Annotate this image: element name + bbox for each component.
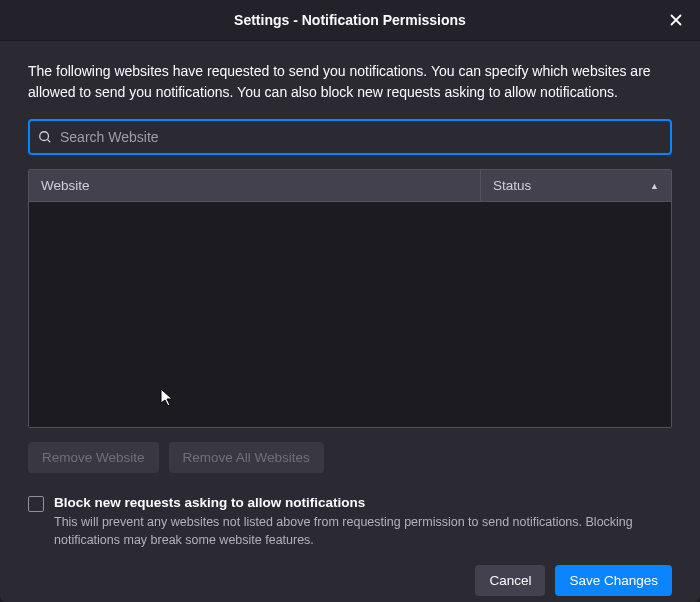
save-changes-button[interactable]: Save Changes xyxy=(555,565,672,596)
search-wrapper xyxy=(28,119,672,155)
block-new-requests-label: Block new requests asking to allow notif… xyxy=(54,495,672,510)
row-actions: Remove Website Remove All Websites xyxy=(28,442,672,473)
search-input[interactable] xyxy=(28,119,672,155)
website-table: Website Status ▲ xyxy=(28,169,672,428)
sort-arrow-icon: ▲ xyxy=(650,181,659,191)
remove-all-websites-button[interactable]: Remove All Websites xyxy=(169,442,324,473)
cancel-button[interactable]: Cancel xyxy=(475,565,545,596)
dialog-header: Settings - Notification Permissions xyxy=(0,0,700,41)
settings-dialog: Settings - Notification Permissions The … xyxy=(0,0,700,602)
block-new-requests-checkbox[interactable] xyxy=(28,496,44,512)
table-header: Website Status ▲ xyxy=(29,170,671,202)
dialog-body: The following websites have requested to… xyxy=(0,41,700,602)
table-body xyxy=(29,202,671,427)
block-new-requests-content: Block new requests asking to allow notif… xyxy=(54,495,672,549)
block-new-requests-help: This will prevent any websites not liste… xyxy=(54,514,672,549)
close-icon xyxy=(669,13,683,27)
column-header-website[interactable]: Website xyxy=(29,170,481,201)
dialog-description: The following websites have requested to… xyxy=(28,61,672,103)
column-header-status-label: Status xyxy=(493,178,531,193)
close-button[interactable] xyxy=(664,8,688,32)
block-new-requests-section: Block new requests asking to allow notif… xyxy=(28,495,672,549)
dialog-title: Settings - Notification Permissions xyxy=(234,12,466,28)
remove-website-button[interactable]: Remove Website xyxy=(28,442,159,473)
column-header-status[interactable]: Status ▲ xyxy=(481,170,671,201)
dialog-footer: Cancel Save Changes xyxy=(28,565,672,596)
